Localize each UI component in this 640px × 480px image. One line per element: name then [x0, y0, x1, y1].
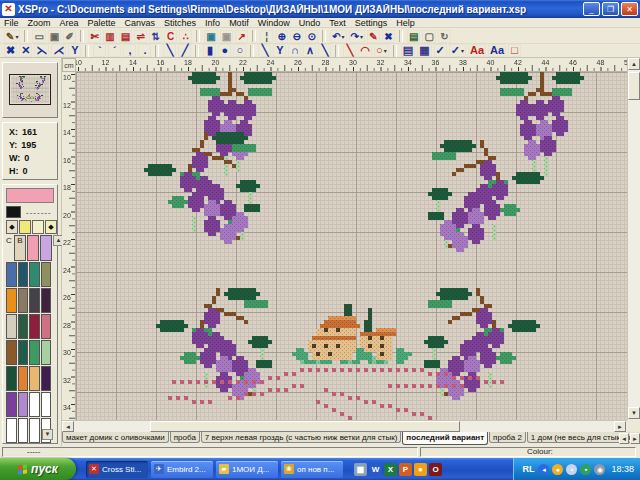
palette-swatch-4-1[interactable] [18, 366, 29, 391]
trace-image-button[interactable]: ▣ [220, 30, 233, 43]
header-swatch-1[interactable] [27, 235, 39, 261]
half-back-button[interactable]: ╲ [163, 44, 176, 57]
palette-swatch-3-2[interactable] [29, 340, 40, 365]
backstitch-button[interactable]: ╲ [258, 44, 271, 57]
import-image-button[interactable]: ▣ [204, 30, 217, 43]
motif-library-button[interactable]: ▤ [401, 44, 415, 57]
half-forward-button[interactable]: ╱ [178, 44, 191, 57]
quarter-tr-button[interactable]: ´ [108, 44, 121, 57]
quarter-tl-button[interactable]: ` [93, 44, 106, 57]
palette-swatch-5-2[interactable] [29, 392, 40, 417]
long-stitch-button[interactable]: ╲ [343, 44, 356, 57]
backstitch-angle-button[interactable]: ∧ [303, 44, 316, 57]
header-swatch-0[interactable]: B [14, 235, 26, 261]
motif-edit-button[interactable]: ▦ [417, 44, 431, 57]
new-page-button[interactable]: ▢ [422, 30, 435, 43]
circle-stitch-dropdown-icon[interactable]: ▾ [384, 47, 387, 54]
menu-motif[interactable]: Motif [229, 18, 249, 28]
undo-button[interactable]: ↶▾ [330, 30, 346, 43]
palette-swatch-4-2[interactable] [29, 366, 40, 391]
quick-powerpoint-icon[interactable]: P [399, 463, 412, 476]
stitch-brush-button[interactable]: ✓ [434, 44, 447, 57]
quick-agent-icon[interactable]: ● [414, 463, 427, 476]
scale-motif-button[interactable]: ∴ [179, 30, 192, 43]
scroll-down-button[interactable]: ▼ [628, 407, 640, 419]
palette-scroll-down-button[interactable]: ▼ [42, 429, 53, 440]
tab-scroll-left-button[interactable]: ◄ [619, 433, 629, 444]
palette-swatch-2-1[interactable] [18, 314, 29, 339]
rect-select-button[interactable]: ▭ [32, 30, 45, 43]
quarter-bl-button[interactable]: , [123, 44, 136, 57]
text-serif-button[interactable]: Aa [468, 44, 486, 57]
tab-0[interactable]: макет домик с оливочками [62, 432, 169, 443]
taskbar-task-0[interactable]: ✕Cross Sti... [86, 461, 148, 478]
vertical-scroll-thumb[interactable] [628, 72, 640, 100]
tab-2[interactable]: 7 верхн левая гроздь (с частью ниж ветки… [201, 432, 402, 443]
menu-help[interactable]: Help [396, 18, 415, 28]
menu-file[interactable]: File [4, 18, 19, 28]
palette-swatch-4-3[interactable] [41, 366, 52, 391]
rotate-page-button[interactable]: ↻ [438, 30, 451, 43]
export-arrow-button[interactable]: ↗ [235, 30, 248, 43]
quick-opera-icon[interactable]: O [429, 463, 442, 476]
stitch-brush-alt-button[interactable]: ✓▾ [449, 44, 466, 57]
special-swatch-3[interactable]: ◆ [45, 220, 57, 234]
backstitch-long-button[interactable]: ╲ [318, 44, 331, 57]
copy-page-button[interactable]: ▤ [407, 30, 420, 43]
cut-motif-button[interactable]: ✄ [88, 30, 101, 43]
header-swatch-2[interactable] [40, 235, 52, 261]
menu-text[interactable]: Text [329, 18, 346, 28]
pencil-tool-button[interactable]: ✎▾ [4, 30, 20, 43]
scroll-left-button[interactable]: ◄ [62, 421, 74, 432]
taskbar-task-3[interactable]: ❀оп нов п... [281, 461, 343, 478]
french-knot-button[interactable]: ● [218, 44, 231, 57]
tray-messenger-icon[interactable]: ◂ [538, 464, 549, 475]
straight-stitch-button[interactable]: ▮ [203, 44, 216, 57]
tab-4[interactable]: проба 2 [489, 432, 526, 443]
palette-swatch-3-1[interactable] [18, 340, 29, 365]
taskbar-task-2[interactable]: ▰1МОИ Д... [216, 461, 278, 478]
zoom-actual-button[interactable]: ⊙ [305, 30, 318, 43]
tab-3[interactable]: последний вариант [402, 432, 488, 445]
palette-swatch-4-0[interactable] [6, 366, 17, 391]
palette-swatch-0-3[interactable] [41, 262, 52, 287]
multi-select-button[interactable]: ▣ [48, 30, 61, 43]
special-swatch-1[interactable] [19, 220, 31, 234]
text-sans-button[interactable]: Aa [488, 44, 506, 57]
tray-coin-icon[interactable]: ● [552, 464, 563, 475]
palette-swatch-0-2[interactable] [29, 262, 40, 287]
close-button[interactable]: ✕ [621, 2, 638, 16]
tray-display-icon[interactable]: ▪ [566, 464, 577, 475]
palette-swatch-2-0[interactable] [6, 314, 17, 339]
mirror-motif-button[interactable]: ⇌ [134, 30, 147, 43]
three-quarter-right-button[interactable]: ⋌ [51, 44, 66, 57]
stitch-brush-alt-dropdown-icon[interactable]: ▾ [461, 47, 464, 54]
language-indicator[interactable]: RL [522, 464, 534, 474]
start-button[interactable]: пуск [0, 458, 76, 480]
menu-canvas[interactable]: Canvas [125, 18, 156, 28]
bead-button[interactable]: ○ [233, 44, 246, 57]
backstitch-curve-button[interactable]: ∩ [288, 44, 301, 57]
minimize-button[interactable]: _ [583, 2, 600, 16]
pencil-tool-dropdown-icon[interactable]: ▾ [15, 33, 18, 40]
scroll-right-button[interactable]: ► [614, 421, 626, 432]
backstitch-branch-button[interactable]: Y [273, 44, 286, 57]
stitch-canvas[interactable] [76, 72, 627, 420]
quarter-br-button[interactable]: . [138, 44, 151, 57]
zoom-out-button[interactable]: ⊖ [290, 30, 303, 43]
horizontal-scrollbar[interactable]: ◄ ► [62, 420, 627, 432]
quick-word-icon[interactable]: W [369, 463, 382, 476]
palette-swatch-6-1[interactable] [18, 418, 29, 443]
tray-network-icon[interactable]: ▪ [580, 464, 591, 475]
quick-excel-icon[interactable]: X [384, 463, 397, 476]
edit-select-button[interactable]: ✐ [63, 30, 76, 43]
redo-button[interactable]: ↷▾ [349, 30, 365, 43]
menu-area[interactable]: Area [60, 18, 79, 28]
palette-swatch-5-3[interactable] [41, 392, 52, 417]
circle-stitch-button[interactable]: ○▾ [374, 44, 389, 57]
palette-swatch-0-0[interactable] [6, 262, 17, 287]
selected-color-swatch[interactable] [6, 188, 54, 203]
menu-palette[interactable]: Palette [88, 18, 116, 28]
black-color-swatch[interactable] [6, 206, 21, 218]
tab-scroll-right-button[interactable]: ► [630, 433, 640, 444]
